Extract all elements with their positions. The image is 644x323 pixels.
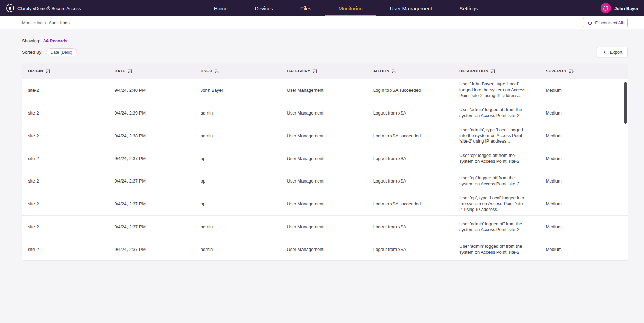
table-row[interactable]: site-2 9/4/24, 2:37 PM op User Managemen… — [22, 147, 628, 170]
user-menu[interactable]: John Bayer — [601, 3, 639, 13]
cell-description: User 'admin' logged off from the system … — [453, 218, 539, 235]
sorted-by-label: Sorted By: — [22, 50, 43, 55]
toolbar-row: Sorted By: Date (Desc) Export — [22, 47, 628, 57]
cell-description: User 'John Bayer', type 'Local' logged i… — [453, 79, 539, 102]
cell-description: User 'admin', type 'Local' logged into t… — [453, 124, 539, 147]
showing-label: Showing: — [22, 38, 40, 43]
cell-severity: Medium — [540, 85, 628, 95]
cell-severity: Medium — [540, 221, 628, 232]
audit-logs-page: Showing: 34 Records Sorted By: Date (Des… — [0, 29, 644, 260]
table-row[interactable]: site-2 9/4/24, 2:38 PM admin User Manage… — [22, 124, 628, 147]
cell-action: Logout from xSA — [367, 221, 453, 232]
cell-date: 9/4/24, 2:37 PM — [108, 244, 194, 255]
download-icon — [602, 50, 607, 55]
cell-severity: Medium — [540, 108, 628, 118]
cell-date: 9/4/24, 2:38 PM — [108, 131, 194, 141]
sort-chip[interactable]: Date (Desc) — [46, 48, 77, 56]
cell-user: admin — [194, 131, 281, 141]
table-body: site-2 9/4/24, 2:40 PM John Bayer User M… — [22, 79, 628, 260]
top-navbar: Claroty xDome® Secure Access Home Device… — [0, 0, 644, 16]
cell-user: John Bayer — [194, 85, 281, 95]
cell-origin: site-2 — [22, 221, 108, 232]
table-row[interactable]: site-2 9/4/24, 2:37 PM op User Managemen… — [22, 170, 628, 192]
audit-logs-table: ORIGIN DATE USER CATEGORY ACTION DESCRIP… — [22, 64, 628, 260]
cell-category: User Management — [281, 131, 367, 141]
cell-action: Login to xSA succeeded — [367, 131, 453, 141]
cell-origin: site-2 — [22, 85, 108, 95]
brand-name: Claroty xDome® Secure Access — [17, 6, 81, 11]
column-header-action[interactable]: ACTION — [367, 69, 453, 73]
sort-filter-icon — [569, 69, 574, 73]
disconnect-all-button[interactable]: Disconnect All — [583, 18, 628, 27]
column-header-date[interactable]: DATE — [108, 69, 194, 73]
cell-user: op — [194, 199, 281, 209]
records-summary: Showing: 34 Records — [22, 38, 628, 43]
cell-user: op — [194, 153, 281, 164]
cell-user: op — [194, 176, 281, 186]
cell-category: User Management — [281, 221, 367, 232]
cell-origin: site-2 — [22, 131, 108, 141]
breadcrumb: Monitoring / Audit Logs — [22, 20, 70, 25]
cell-action: Login to xSA succeeded — [367, 199, 453, 209]
breadcrumb-separator: / — [45, 20, 46, 25]
table-header-row: ORIGIN DATE USER CATEGORY ACTION DESCRIP… — [22, 64, 628, 79]
breadcrumb-bar: Monitoring / Audit Logs Disconnect All — [0, 16, 644, 29]
claroty-logo-icon — [5, 4, 14, 13]
table-row[interactable]: site-2 9/4/24, 2:37 PM op User Managemen… — [22, 192, 628, 215]
nav-item-user-management[interactable]: User Management — [376, 0, 446, 16]
cell-severity: Medium — [540, 131, 628, 141]
cell-user: admin — [194, 221, 281, 232]
breadcrumb-current: Audit Logs — [49, 20, 69, 25]
column-header-category[interactable]: CATEGORY — [281, 69, 367, 73]
nav-item-home[interactable]: Home — [200, 0, 241, 16]
sort-filter-icon — [128, 69, 132, 73]
table-row[interactable]: site-2 9/4/24, 2:37 PM admin User Manage… — [22, 215, 628, 238]
cell-severity: Medium — [540, 199, 628, 209]
cell-origin: site-2 — [22, 108, 108, 118]
user-name: John Bayer — [614, 6, 639, 11]
cell-description: User 'admin' logged off from the system … — [453, 104, 539, 121]
column-header-origin[interactable]: ORIGIN — [22, 69, 108, 73]
cell-user: admin — [194, 244, 281, 255]
cell-description: User 'op', type 'Local' logged into the … — [453, 192, 539, 215]
sort-filter-icon — [313, 69, 317, 73]
table-row[interactable]: site-2 9/4/24, 2:39 PM admin User Manage… — [22, 102, 628, 124]
sort-filter-icon — [491, 69, 495, 73]
nav-item-monitoring[interactable]: Monitoring — [325, 0, 376, 16]
sort-filter-icon — [215, 69, 219, 73]
table-row[interactable]: site-2 9/4/24, 2:40 PM John Bayer User M… — [22, 79, 628, 102]
nav-item-settings[interactable]: Settings — [446, 0, 492, 16]
power-icon — [588, 21, 592, 25]
cell-action: Logout from xSA — [367, 153, 453, 164]
cell-date: 9/4/24, 2:37 PM — [108, 153, 194, 164]
cell-action: Logout from xSA — [367, 244, 453, 255]
table-scrollbar[interactable] — [624, 82, 627, 124]
cell-action: Logout from xSA — [367, 108, 453, 118]
cell-description: User 'admin' logged off from the system … — [453, 241, 539, 258]
cell-category: User Management — [281, 199, 367, 209]
cell-date: 9/4/24, 2:37 PM — [108, 176, 194, 186]
table-row[interactable]: site-2 9/4/24, 2:37 PM admin User Manage… — [22, 238, 628, 260]
cell-origin: site-2 — [22, 199, 108, 209]
sort-filter-icon — [46, 69, 50, 73]
sorted-by: Sorted By: Date (Desc) — [22, 48, 77, 56]
cell-severity: Medium — [540, 176, 628, 186]
cell-severity: Medium — [540, 153, 628, 164]
sort-filter-icon — [392, 69, 396, 73]
nav-item-files[interactable]: Files — [287, 0, 325, 16]
cell-category: User Management — [281, 153, 367, 164]
breadcrumb-monitoring-link[interactable]: Monitoring — [22, 20, 43, 25]
cell-description: User 'op' logged off from the system on … — [453, 150, 539, 167]
brand: Claroty xDome® Secure Access — [5, 4, 81, 13]
export-button[interactable]: Export — [597, 47, 628, 57]
cell-description: User 'op' logged off from the system on … — [453, 173, 539, 190]
cell-date: 9/4/24, 2:39 PM — [108, 108, 194, 118]
cell-category: User Management — [281, 244, 367, 255]
nav-item-devices[interactable]: Devices — [241, 0, 287, 16]
column-header-description[interactable]: DESCRIPTION — [453, 69, 539, 73]
column-header-severity[interactable]: SEVERITY — [540, 69, 628, 73]
cell-date: 9/4/24, 2:37 PM — [108, 199, 194, 209]
column-header-user[interactable]: USER — [194, 69, 281, 73]
cell-date: 9/4/24, 2:37 PM — [108, 221, 194, 232]
cell-severity: Medium — [540, 244, 628, 255]
